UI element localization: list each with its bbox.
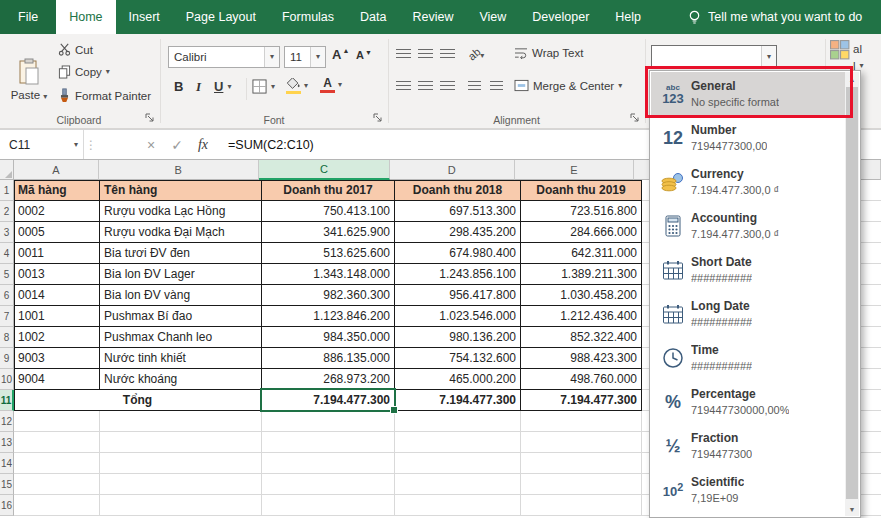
tab-view[interactable]: View	[466, 0, 519, 34]
row-header-12[interactable]: 12	[0, 411, 14, 432]
select-all-corner[interactable]	[0, 160, 14, 180]
format-option-percentage[interactable]: %Percentage719447730000,00%	[651, 380, 845, 424]
cell-B7[interactable]: Pushmax Bí đao	[100, 306, 262, 327]
font-family-dropdown-icon[interactable]: ▾	[264, 47, 279, 67]
italic-button[interactable]: I	[196, 79, 201, 95]
cell-B5[interactable]: Bia lon ĐV Lager	[100, 264, 262, 285]
cell-C11[interactable]: 7.194.477.300	[262, 390, 395, 411]
cell-C12[interactable]	[262, 411, 395, 432]
cell-D11[interactable]: 7.194.477.300	[395, 390, 521, 411]
cell-E5[interactable]: 1.389.211.300	[521, 264, 642, 285]
format-option-fraction[interactable]: ½Fraction7194477300	[651, 424, 845, 468]
tab-review[interactable]: Review	[399, 0, 466, 34]
cell-E7[interactable]: 1.212.436.400	[521, 306, 642, 327]
format-painter-button[interactable]: Format Painter	[58, 88, 151, 103]
merge-center-button[interactable]: Merge & Center ▾	[514, 79, 622, 92]
cell-B12[interactable]	[100, 411, 262, 432]
cell-E13[interactable]	[521, 432, 642, 453]
format-option-long-date[interactable]: Long Date##########	[651, 292, 845, 336]
cell-A5[interactable]: 0013	[14, 264, 100, 285]
font-family-combo[interactable]: Calibri ▾	[168, 46, 280, 68]
cell-A16[interactable]	[14, 495, 100, 516]
cell-A12[interactable]	[14, 411, 100, 432]
cell-E14[interactable]	[521, 453, 642, 474]
increase-font-size-button[interactable]: A▲	[332, 47, 349, 62]
cell-B16[interactable]	[100, 495, 262, 516]
tab-help[interactable]: Help	[602, 0, 654, 34]
cell-D15[interactable]	[395, 474, 521, 495]
wrap-text-button[interactable]: Wrap Text	[514, 47, 583, 59]
row-header-8[interactable]: 8	[0, 327, 14, 348]
row-header-9[interactable]: 9	[0, 348, 14, 369]
tab-file[interactable]: File	[0, 0, 56, 34]
cell-C4[interactable]: 513.625.600	[262, 243, 395, 264]
align-left-icon[interactable]	[396, 81, 411, 91]
tab-home[interactable]: Home	[56, 0, 115, 34]
cell-D7[interactable]: 1.023.546.000	[395, 306, 521, 327]
increase-indent-icon[interactable]	[490, 81, 503, 91]
decrease-font-size-button[interactable]: A▼	[356, 49, 372, 61]
number-format-dropdown-icon[interactable]: ▾	[761, 46, 776, 68]
cell-A14[interactable]	[14, 453, 100, 474]
tab-developer[interactable]: Developer	[519, 0, 602, 34]
scrollbar-thumb[interactable]	[846, 87, 858, 499]
cell-D9[interactable]: 754.132.600	[395, 348, 521, 369]
format-option-time[interactable]: Time##########	[651, 336, 845, 380]
cell-A6[interactable]: 0014	[14, 285, 100, 306]
cell-A11-merged[interactable]: Tổng	[14, 390, 262, 411]
row-header-6[interactable]: 6	[0, 285, 14, 306]
cell-C3[interactable]: 341.625.900	[262, 222, 395, 243]
row-header-14[interactable]: 14	[0, 453, 14, 474]
align-center-icon[interactable]	[418, 81, 433, 91]
row-header-16[interactable]: 16	[0, 495, 14, 516]
font-size-combo[interactable]: 11 ▾	[284, 46, 326, 68]
confirm-entry-button[interactable]: ✓	[164, 130, 190, 159]
cell-D13[interactable]	[395, 432, 521, 453]
cell-C5[interactable]: 1.343.148.000	[262, 264, 395, 285]
column-header-A[interactable]: A	[14, 160, 99, 180]
tab-insert[interactable]: Insert	[116, 0, 173, 34]
cell-E10[interactable]: 498.760.000	[521, 369, 642, 390]
column-header-B[interactable]: B	[99, 160, 259, 180]
row-header-1[interactable]: 1	[0, 180, 14, 201]
copy-button[interactable]: Copy ▾	[58, 65, 110, 79]
cell-D14[interactable]	[395, 453, 521, 474]
number-format-combo[interactable]: ▾	[651, 45, 777, 69]
cell-D12[interactable]	[395, 411, 521, 432]
cut-button[interactable]: Cut	[58, 43, 93, 56]
tab-page-layout[interactable]: Page Layout	[173, 0, 269, 34]
cell-B14[interactable]	[100, 453, 262, 474]
borders-button[interactable]: ▾	[252, 79, 275, 94]
paste-button[interactable]: Paste ▾	[5, 39, 53, 119]
cell-E12[interactable]	[521, 411, 642, 432]
cell-B9[interactable]: Nước tinh khiết	[100, 348, 262, 369]
row-header-3[interactable]: 3	[0, 222, 14, 243]
align-right-icon[interactable]	[440, 81, 455, 91]
insert-function-button[interactable]: fx	[190, 130, 216, 159]
cell-C10[interactable]: 268.973.200	[262, 369, 395, 390]
cell-C14[interactable]	[262, 453, 395, 474]
cell-A2[interactable]: 0002	[14, 201, 100, 222]
row-header-5[interactable]: 5	[0, 264, 14, 285]
cell-D5[interactable]: 1.243.856.100	[395, 264, 521, 285]
cell-E16[interactable]	[521, 495, 642, 516]
column-header-C[interactable]: C	[259, 160, 390, 180]
row-header-7[interactable]: 7	[0, 306, 14, 327]
cell-B3[interactable]: Rượu vodka Đại Mạch	[100, 222, 262, 243]
cell-E9[interactable]: 988.423.300	[521, 348, 642, 369]
cell-E1[interactable]: Doanh thu 2019	[521, 180, 642, 201]
cell-E11[interactable]: 7.194.477.300	[521, 390, 642, 411]
format-option-currency[interactable]: Currency7.194.477.300,0 ₫	[651, 160, 845, 204]
font-color-button[interactable]: A ▾	[320, 77, 342, 93]
fill-color-button[interactable]: ▾	[286, 78, 308, 94]
cell-A1[interactable]: Mã hàng	[14, 180, 100, 201]
underline-button[interactable]: U▾	[214, 79, 231, 94]
format-option-accounting[interactable]: Accounting7.194.477.300,0 ₫	[651, 204, 845, 248]
cell-B2[interactable]: Rượu vodka Lạc Hồng	[100, 201, 262, 222]
row-header-2[interactable]: 2	[0, 201, 14, 222]
cell-B13[interactable]	[100, 432, 262, 453]
font-size-dropdown-icon[interactable]: ▾	[310, 47, 325, 67]
cell-C1[interactable]: Doanh thu 2017	[262, 180, 395, 201]
font-dialog-launcher[interactable]	[372, 112, 384, 124]
cell-E15[interactable]	[521, 474, 642, 495]
